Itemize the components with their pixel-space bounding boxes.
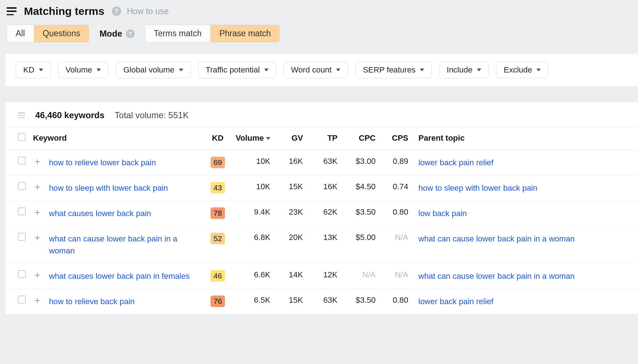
list-settings-icon[interactable] [18,112,25,118]
col-parent[interactable]: Parent topic [412,127,638,150]
col-cpc[interactable]: CPC [341,127,379,150]
parent-topic-link[interactable]: lower back pain relief [418,157,494,169]
page-title: Matching terms [24,5,105,17]
expand-icon[interactable]: + [34,207,40,218]
mode-toggle: Terms match Phrase match [145,25,280,42]
chevron-down-icon [336,69,340,71]
tp-value: 63K [323,157,338,166]
mode-help-icon[interactable]: ? [126,29,135,38]
volume-value: 10K [256,182,270,191]
kd-badge: 52 [210,233,225,244]
table-row: +what causes lower back pain789.4K23K62K… [5,201,638,226]
cpc-value: $4.50 [356,182,376,191]
col-cps[interactable]: CPS [379,127,412,150]
table-row: +what can cause lower back pain in a wom… [5,226,638,264]
kd-badge: 76 [210,295,225,307]
parent-topic-link[interactable]: what can cause lower back pain in a woma… [418,270,574,282]
parent-topic-link[interactable]: lower back pain relief [418,295,494,307]
filter-traffic-potential[interactable]: Traffic potential [198,62,276,78]
volume-value: 6.8K [254,233,270,242]
mode-label: Mode ? [99,29,135,39]
volume-value: 10K [256,157,270,166]
keyword-link[interactable]: what can cause lower back pain in a woma… [49,233,201,257]
row-checkbox[interactable] [18,157,26,165]
gv-value: 15K [289,295,303,305]
filters-panel: KD Volume Global volume Traffic potentia… [5,53,638,87]
chevron-down-icon [477,69,481,71]
type-toggle: All Questions [7,25,89,42]
cps-value: 0.80 [393,207,408,216]
cpc-value: $3.00 [356,157,376,166]
tp-value: 12K [323,270,338,279]
select-all-checkbox[interactable] [18,133,26,141]
keyword-link[interactable]: how to relieve lower back pain [49,157,156,169]
chevron-down-icon [536,69,541,71]
cps-value: 0.74 [393,182,408,191]
volume-value: 9.4K [254,207,270,216]
expand-icon[interactable]: + [34,295,40,306]
row-checkbox[interactable] [18,182,26,190]
row-checkbox[interactable] [18,295,26,303]
cpc-value: $3.50 [356,207,376,216]
gv-value: 14K [289,270,303,279]
parent-topic-link[interactable]: what can cause lower back pain in a woma… [418,233,574,245]
summary-row: 46,460 keywords Total volume: 551K [5,102,638,127]
volume-value: 6.5K [254,295,270,305]
keyword-link[interactable]: how to relieve back pain [49,295,135,307]
parent-topic-link[interactable]: low back pain [418,207,467,219]
row-checkbox[interactable] [18,270,26,278]
filter-word-count[interactable]: Word count [283,62,348,78]
row-checkbox[interactable] [18,233,26,241]
type-questions[interactable]: Questions [34,25,89,42]
col-tp[interactable]: TP [307,127,341,150]
cps-value: 0.80 [393,295,408,305]
kd-badge: 78 [210,207,225,219]
tp-value: 16K [323,182,338,191]
chevron-down-icon [97,69,101,71]
gv-value: 23K [289,207,303,216]
keywords-count: 46,460 keywords [35,110,105,120]
mode-label-text: Mode [99,29,122,39]
table-row: +how to relieve lower back pain6910K16K6… [5,150,638,175]
col-kd[interactable]: KD [205,127,230,150]
tp-value: 62K [323,207,338,216]
expand-icon[interactable]: + [34,232,40,243]
col-gv[interactable]: GV [274,127,307,150]
expand-icon[interactable]: + [34,181,40,193]
menu-icon[interactable] [7,7,17,15]
row-checkbox[interactable] [18,207,26,215]
volume-value: 6.6K [254,270,270,279]
filter-kd[interactable]: KD [16,62,51,78]
filter-serp-features[interactable]: SERP features [355,62,432,78]
help-icon[interactable]: ? [112,7,121,16]
kd-badge: 43 [210,182,225,194]
col-keyword[interactable]: Keyword [29,127,205,150]
keyword-link[interactable]: what causes lower back pain in females [49,270,190,282]
filters-bar: KD Volume Global volume Traffic potentia… [5,54,638,87]
table-row: +how to relieve back pain766.5K15K63K$3.… [5,289,638,314]
mode-phrase[interactable]: Phrase match [210,25,279,42]
gv-value: 20K [289,233,303,242]
filter-exclude[interactable]: Exclude [496,62,548,78]
table-row: +what causes lower back pain in females4… [5,264,638,289]
filter-include[interactable]: Include [439,62,489,78]
mode-terms[interactable]: Terms match [145,25,210,42]
tp-value: 63K [323,295,338,305]
cps-value: 0.89 [393,157,408,166]
table-row: +how to sleep with lower back pain4310K1… [5,175,638,201]
gv-value: 16K [289,157,303,166]
parent-topic-link[interactable]: how to sleep with lower back pain [418,182,537,194]
cpc-value: $3.50 [356,295,376,305]
expand-icon[interactable]: + [34,269,40,281]
filter-volume[interactable]: Volume [58,62,109,78]
how-to-use-link[interactable]: How to use [127,7,169,16]
chevron-down-icon [179,69,183,71]
sort-desc-icon [266,137,270,140]
filter-global-volume[interactable]: Global volume [116,62,191,78]
keyword-link[interactable]: how to sleep with lower back pain [49,182,168,194]
keyword-link[interactable]: what causes lower back pain [49,207,151,219]
type-all[interactable]: All [7,25,34,42]
expand-icon[interactable]: + [34,156,40,167]
tp-value: 13K [323,233,338,242]
col-volume[interactable]: Volume [230,127,274,150]
